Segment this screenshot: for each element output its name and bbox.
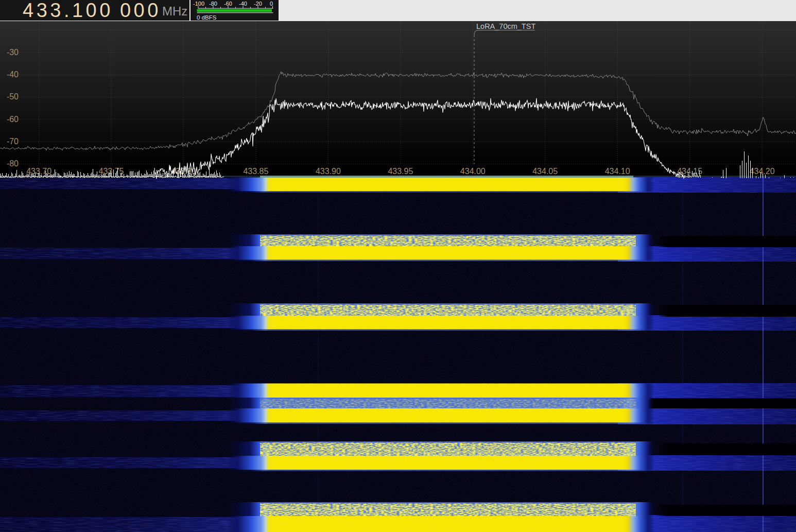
svg-text:434.05: 434.05 (532, 167, 558, 176)
svg-text:-30: -30 (7, 48, 19, 57)
svg-text:LoRA_70cm_TST: LoRA_70cm_TST (476, 22, 535, 30)
svg-text:-40: -40 (7, 70, 19, 79)
svg-text:433.90: 433.90 (316, 167, 341, 176)
svg-text:-80: -80 (209, 1, 217, 7)
svg-text:-70: -70 (7, 137, 19, 146)
svg-text:-80: -80 (7, 159, 19, 168)
svg-text:-50: -50 (7, 92, 19, 101)
svg-text:433.85: 433.85 (243, 167, 268, 176)
svg-text:434.00: 434.00 (460, 167, 486, 176)
svg-text:-40: -40 (239, 1, 247, 7)
svg-text:-20: -20 (254, 1, 262, 7)
svg-text:433.95: 433.95 (388, 167, 413, 176)
svg-text:434.20: 434.20 (750, 167, 775, 176)
svg-text:-100: -100 (193, 1, 204, 7)
svg-text:0: 0 (270, 1, 273, 7)
svg-text:-60: -60 (224, 1, 232, 7)
svg-text:0 dBFS: 0 dBFS (197, 14, 217, 21)
svg-text:-60: -60 (7, 115, 19, 124)
svg-text:434.10: 434.10 (605, 167, 630, 176)
